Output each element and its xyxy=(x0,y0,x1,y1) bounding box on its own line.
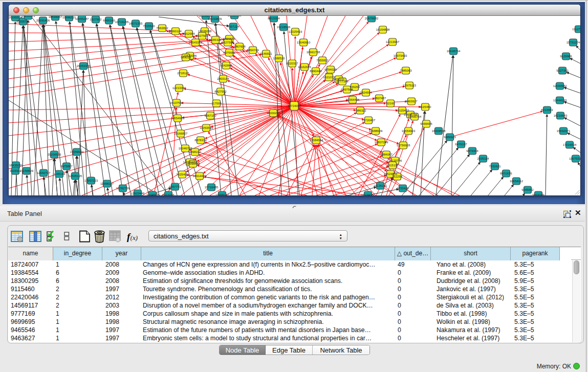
svg-text:12942737: 12942737 xyxy=(37,171,51,174)
svg-text:12975115: 12975115 xyxy=(403,84,417,87)
svg-text:19654925: 19654925 xyxy=(171,117,185,120)
svg-text:7485063: 7485063 xyxy=(400,69,412,72)
svg-text:2718126: 2718126 xyxy=(177,72,189,75)
svg-text:15751074: 15751074 xyxy=(567,41,580,44)
svg-text:2803144: 2803144 xyxy=(217,77,229,80)
svg-text:9327508: 9327508 xyxy=(222,41,234,44)
svg-text:12213967: 12213967 xyxy=(386,40,400,43)
svg-text:19654923: 19654923 xyxy=(402,129,416,133)
svg-text:19384554: 19384554 xyxy=(310,139,323,142)
svg-text:20364436: 20364436 xyxy=(346,98,360,101)
svg-text:9498222: 9498222 xyxy=(189,150,201,154)
svg-text:6466160: 6466160 xyxy=(103,19,115,22)
svg-text:19956173: 19956173 xyxy=(21,16,35,17)
svg-text:18807249: 18807249 xyxy=(375,141,388,144)
svg-text:16154838: 16154838 xyxy=(376,28,390,31)
svg-text:11162615: 11162615 xyxy=(298,65,311,69)
svg-text:20395574: 20395574 xyxy=(9,16,23,19)
svg-text:16671355: 16671355 xyxy=(129,22,143,25)
svg-text:16210643: 16210643 xyxy=(554,114,568,117)
svg-text:10654112: 10654112 xyxy=(510,180,524,183)
svg-text:1588520: 1588520 xyxy=(273,57,285,60)
svg-text:6794028: 6794028 xyxy=(324,68,337,71)
svg-text:8220317: 8220317 xyxy=(286,62,298,65)
svg-text:18435051: 18435051 xyxy=(9,164,23,167)
svg-text:18724007: 18724007 xyxy=(288,104,301,107)
svg-text:15720407: 15720407 xyxy=(362,119,376,122)
svg-text:9634502: 9634502 xyxy=(146,193,159,195)
svg-text:3824554: 3824554 xyxy=(360,91,372,94)
svg-text:10688609: 10688609 xyxy=(369,129,383,133)
svg-text:15692971: 15692971 xyxy=(557,129,571,133)
svg-text:13226058: 13226058 xyxy=(198,30,212,33)
svg-text:9245652: 9245652 xyxy=(521,188,534,191)
svg-text:16409538: 16409538 xyxy=(432,129,446,133)
svg-text:20691406: 20691406 xyxy=(36,19,50,22)
svg-text:15716485: 15716485 xyxy=(205,186,219,189)
svg-text:18352312: 18352312 xyxy=(228,16,242,17)
svg-text:10655287: 10655287 xyxy=(75,17,89,20)
svg-text:19166827: 19166827 xyxy=(174,132,188,135)
svg-text:17334061: 17334061 xyxy=(361,193,375,195)
svg-text:12213369: 12213369 xyxy=(172,86,186,90)
svg-text:10120746: 10120746 xyxy=(388,159,402,162)
svg-text:8990448: 8990448 xyxy=(310,70,322,73)
svg-text:11675312: 11675312 xyxy=(569,157,580,160)
svg-text:10807487: 10807487 xyxy=(373,97,386,100)
svg-text:21156829: 21156829 xyxy=(20,169,34,172)
svg-text:9242848: 9242848 xyxy=(220,64,232,67)
svg-text:7632621: 7632621 xyxy=(489,165,501,168)
svg-text:13325419: 13325419 xyxy=(289,30,302,33)
svg-text:16495764: 16495764 xyxy=(408,115,422,118)
svg-text:8186328: 8186328 xyxy=(209,38,222,41)
svg-text:2935114: 2935114 xyxy=(477,157,490,160)
svg-text:8912954: 8912954 xyxy=(183,32,195,35)
svg-text:18839057: 18839057 xyxy=(49,16,62,18)
svg-text:12093582: 12093582 xyxy=(553,84,567,87)
svg-text:16782759: 16782759 xyxy=(116,187,130,190)
svg-text:989013: 989013 xyxy=(181,56,191,59)
svg-text:20206536: 20206536 xyxy=(48,153,61,156)
svg-text:17957223: 17957223 xyxy=(84,179,98,182)
svg-text:11353594: 11353594 xyxy=(200,126,213,129)
svg-text:17016504: 17016504 xyxy=(563,143,577,146)
svg-text:12505135: 12505135 xyxy=(69,174,82,178)
svg-text:9327503: 9327503 xyxy=(196,34,208,37)
svg-text:11127329: 11127329 xyxy=(572,28,580,31)
svg-text:10025433: 10025433 xyxy=(396,109,409,112)
svg-text:9389923: 9389923 xyxy=(444,136,456,139)
svg-text:16961758: 16961758 xyxy=(307,51,320,54)
svg-text:9777169: 9777169 xyxy=(336,80,349,83)
svg-text:9146821: 9146821 xyxy=(260,52,272,55)
svg-text:17359924: 17359924 xyxy=(70,150,84,154)
svg-text:2867608: 2867608 xyxy=(233,45,246,48)
svg-text:13640910: 13640910 xyxy=(297,41,311,44)
svg-text:9115460: 9115460 xyxy=(420,105,432,108)
svg-text:1527602: 1527602 xyxy=(90,18,102,21)
svg-text:7515520: 7515520 xyxy=(143,25,155,28)
svg-text:9321546: 9321546 xyxy=(223,37,235,40)
svg-text:7563822: 7563822 xyxy=(156,27,168,30)
svg-text:10958147: 10958147 xyxy=(215,193,229,195)
svg-text:7955812: 7955812 xyxy=(316,59,329,62)
svg-text:1615132: 1615132 xyxy=(386,164,399,167)
svg-text:16107554: 16107554 xyxy=(170,101,184,104)
svg-text:8213953: 8213953 xyxy=(541,108,553,112)
svg-text:8427552: 8427552 xyxy=(214,90,227,93)
svg-text:8660124: 8660124 xyxy=(169,30,182,33)
svg-text:9975867: 9975867 xyxy=(60,165,73,168)
svg-text:11958107: 11958107 xyxy=(100,182,114,185)
svg-text:16914479: 16914479 xyxy=(193,174,207,178)
svg-text:18300295: 18300295 xyxy=(267,112,280,115)
svg-text:117006: 117006 xyxy=(211,102,222,105)
svg-text:9884067: 9884067 xyxy=(380,153,393,156)
svg-text:19996321: 19996321 xyxy=(62,16,76,19)
svg-text:19218506: 19218506 xyxy=(277,26,291,29)
svg-text:7357224: 7357224 xyxy=(227,25,239,28)
svg-text:9227342: 9227342 xyxy=(556,69,569,72)
svg-text:8212016: 8212016 xyxy=(162,193,175,195)
svg-text:9463627: 9463627 xyxy=(405,100,418,103)
svg-text:252254: 252254 xyxy=(392,175,403,178)
svg-text:10973493: 10973493 xyxy=(394,54,407,57)
svg-text:1145194: 1145194 xyxy=(54,172,66,176)
